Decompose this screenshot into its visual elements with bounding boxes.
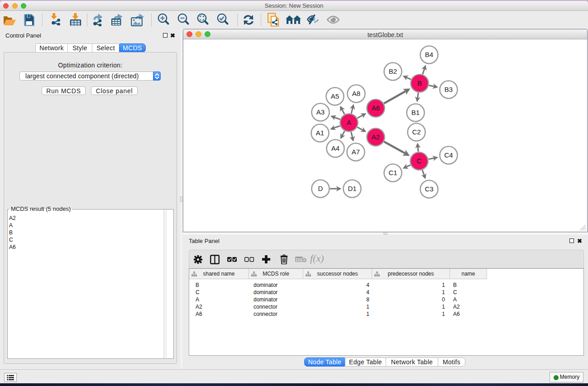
svg-text:A: A bbox=[347, 119, 351, 126]
svg-text:D1: D1 bbox=[348, 185, 356, 192]
svg-text:A3: A3 bbox=[316, 108, 325, 116]
svg-text:B1: B1 bbox=[411, 109, 420, 116]
svg-text:A8: A8 bbox=[352, 90, 360, 97]
svg-text:A7: A7 bbox=[352, 148, 360, 156]
svg-text:D: D bbox=[318, 185, 323, 192]
svg-text:A6: A6 bbox=[372, 104, 380, 112]
svg-text:B3: B3 bbox=[445, 86, 453, 93]
svg-text:C2: C2 bbox=[412, 128, 421, 136]
svg-text:B4: B4 bbox=[425, 51, 433, 58]
svg-text:C: C bbox=[417, 157, 422, 165]
svg-text:A5: A5 bbox=[331, 92, 339, 100]
svg-text:C1: C1 bbox=[388, 169, 397, 176]
svg-text:A2: A2 bbox=[372, 133, 380, 141]
svg-text:B2: B2 bbox=[389, 67, 397, 75]
svg-text:A1: A1 bbox=[316, 129, 324, 137]
svg-text:C4: C4 bbox=[444, 151, 453, 159]
svg-text:C3: C3 bbox=[425, 185, 433, 193]
svg-text:A4: A4 bbox=[331, 144, 339, 152]
svg-text:B: B bbox=[417, 79, 422, 87]
